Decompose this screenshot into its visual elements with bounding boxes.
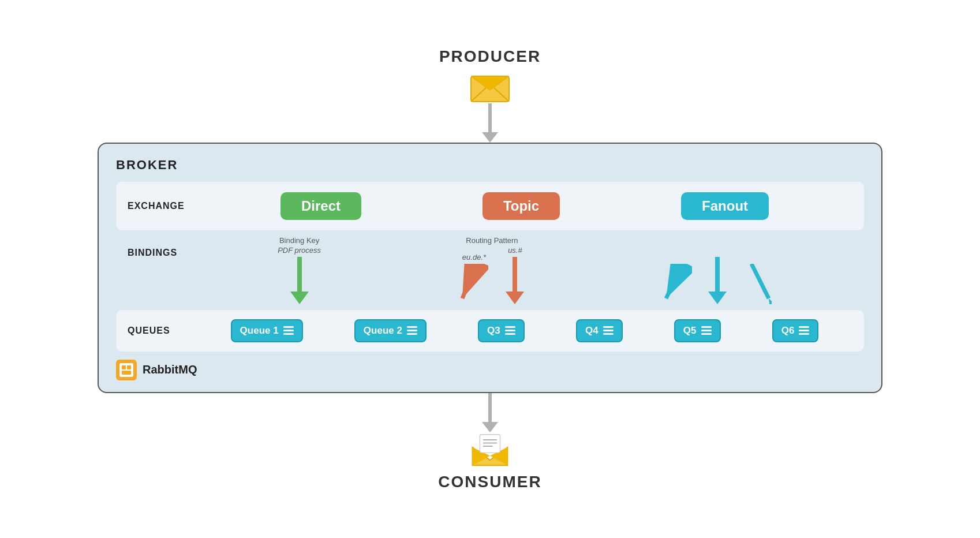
- fanout-binding: [663, 240, 772, 304]
- queue-item-2: Q3: [478, 319, 525, 342]
- producer-section: PRODUCER: [439, 47, 541, 103]
- direct-badge: Direct: [280, 192, 361, 220]
- queue-item-4: Q5: [674, 319, 721, 342]
- svg-rect-18: [480, 434, 500, 452]
- queue-item-0: Queue 1: [231, 319, 303, 342]
- topic-pattern-right: us.#: [508, 246, 522, 255]
- bindings-label: BINDINGS: [128, 236, 197, 258]
- queues-list: Queue 1 Queue 2 Q3: [197, 319, 852, 342]
- queue-item-3: Q4: [576, 319, 623, 342]
- queue-name-0: Queue 1: [240, 325, 279, 337]
- queue-lines-icon-4: [701, 326, 712, 335]
- topic-routing-pattern-label: Routing Pattern: [466, 236, 518, 245]
- fanout-right-arrow: [743, 264, 772, 304]
- fanout-center-arrow: [708, 257, 727, 304]
- topic-pattern-left: eu.de.*: [462, 253, 486, 261]
- queue-name-2: Q3: [487, 325, 500, 337]
- rabbitmq-icon: [116, 360, 137, 380]
- direct-binding-value: PDF process: [278, 246, 321, 255]
- queue-lines-icon-1: [407, 326, 417, 335]
- broker-label: BROKER: [116, 158, 864, 173]
- queue-name-4: Q5: [683, 325, 697, 337]
- topic-left-arrow: [459, 264, 488, 304]
- rabbitmq-text: RabbitMQ: [143, 363, 197, 376]
- exchange-section: EXCHANGE Direct Topic Fanout: [116, 182, 864, 230]
- direct-binding: Binding Key PDF process: [278, 236, 321, 304]
- producer-envelope-icon: [470, 72, 510, 103]
- producer-to-broker-arrow: [483, 103, 497, 143]
- queue-lines-icon-0: [283, 326, 294, 335]
- svg-line-9: [751, 264, 769, 298]
- queue-item-5: Q6: [772, 319, 819, 342]
- svg-rect-13: [127, 365, 131, 369]
- topic-binding: Routing Pattern eu.de.*: [459, 236, 524, 304]
- svg-line-5: [462, 264, 477, 298]
- consumer-label: CONSUMER: [438, 473, 541, 491]
- producer-label: PRODUCER: [439, 47, 541, 66]
- queue-lines-icon-5: [799, 326, 809, 335]
- queues-section: QUEUES Queue 1 Queue 2: [116, 310, 864, 352]
- consumer-section: CONSUMER: [438, 432, 541, 491]
- queues-label: QUEUES: [128, 326, 197, 336]
- direct-arrow: [290, 257, 309, 304]
- svg-line-7: [666, 264, 683, 298]
- queue-lines-icon-2: [505, 326, 515, 335]
- exchange-label: EXCHANGE: [128, 201, 197, 211]
- diagram-container: PRODUCER BROKER EXCHANGE Direct Topic Fa…: [86, 36, 894, 503]
- rabbitmq-footer: RabbitMQ: [116, 360, 864, 380]
- topic-right-arrow: [506, 257, 524, 304]
- queue-name-3: Q4: [585, 325, 599, 337]
- svg-rect-11: [119, 363, 133, 377]
- queue-lines-icon-3: [603, 326, 614, 335]
- queue-item-1: Queue 2: [354, 319, 427, 342]
- queue-name-1: Queue 2: [364, 325, 402, 337]
- svg-rect-14: [122, 371, 131, 375]
- queue-name-5: Q6: [781, 325, 795, 337]
- fanout-badge: Fanout: [681, 192, 769, 220]
- svg-rect-12: [122, 365, 126, 369]
- fanout-left-arrow: [663, 264, 692, 304]
- bindings-section: BINDINGS Binding Key PDF process Routing…: [116, 230, 864, 310]
- broker-box: BROKER EXCHANGE Direct Topic Fanout BIND…: [98, 143, 882, 393]
- consumer-envelope-icon: [470, 432, 510, 467]
- exchange-badges: Direct Topic Fanout: [197, 192, 852, 220]
- direct-binding-key-label: Binding Key: [279, 236, 319, 245]
- topic-badge: Topic: [482, 192, 560, 220]
- broker-to-consumer-arrow: [483, 393, 497, 432]
